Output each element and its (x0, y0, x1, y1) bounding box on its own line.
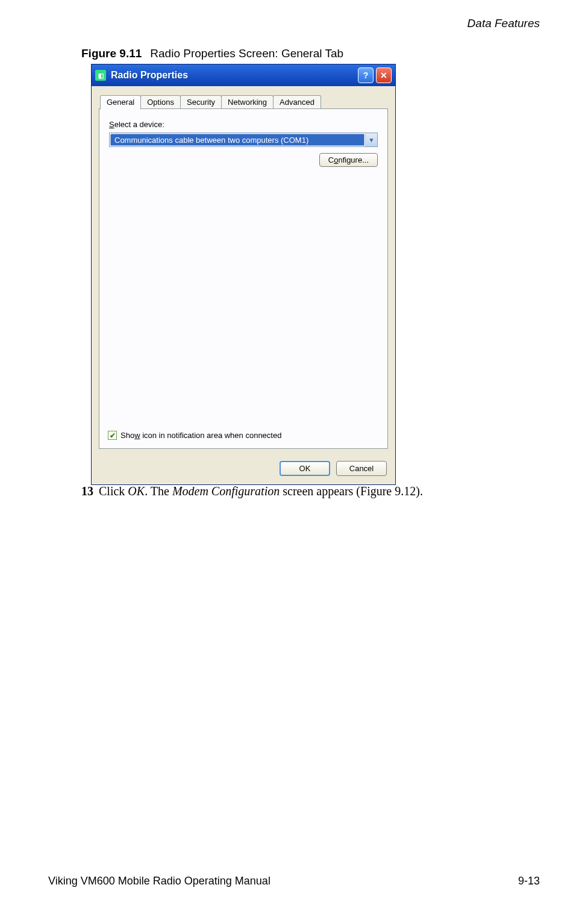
tab-security[interactable]: Security (180, 95, 222, 109)
step-modem: Modem Configuration (172, 484, 280, 498)
tab-strip: General Options Security Networking Adva… (100, 95, 388, 109)
figure-title: Radio Properties Screen: General Tab (150, 47, 343, 60)
cancel-button[interactable]: Cancel (336, 461, 387, 476)
cfg-post: nfigure... (338, 155, 369, 164)
mnemonic-w: w (134, 431, 140, 440)
show-icon-label: Show icon in notification area when conn… (120, 431, 281, 440)
ok-button[interactable]: OK (280, 461, 330, 476)
device-selected: Communications cable between two compute… (110, 134, 364, 146)
footer-page: 9-13 (518, 875, 540, 887)
titlebar[interactable]: ◧ Radio Properties ? ✕ (92, 64, 395, 86)
si-pre: Sho (120, 431, 134, 440)
footer-manual: Viking VM600 Mobile Radio Operating Manu… (48, 875, 271, 887)
close-icon: ✕ (380, 70, 387, 80)
tab-general[interactable]: General (100, 95, 141, 110)
mnemonic-s: S (109, 120, 114, 129)
select-device-label-text: elect a device: (114, 120, 164, 129)
dialog-footer: OK Cancel (92, 455, 395, 484)
close-button[interactable]: ✕ (376, 67, 392, 83)
step-number: 13 (81, 484, 93, 498)
step-ok: OK (128, 484, 145, 498)
tab-panel-general: Select a device: Communications cable be… (99, 108, 388, 449)
tab-options[interactable]: Options (140, 95, 181, 109)
step-post: screen appears (Figure 9.12). (280, 484, 423, 498)
show-icon-checkbox[interactable]: ✔ (108, 431, 117, 440)
app-icon: ◧ (95, 70, 106, 81)
configure-button[interactable]: Configure... (319, 153, 378, 167)
cfg-pre: C (328, 155, 334, 164)
step-13: 13 Click OK. The Modem Configuration scr… (81, 484, 503, 498)
si-post: icon in notification area when connected (140, 431, 282, 440)
step-pre: Click (96, 484, 128, 498)
dialog-radio-properties: ◧ Radio Properties ? ✕ General Options S… (91, 64, 396, 485)
help-button[interactable]: ? (358, 67, 374, 83)
step-mid: . The (145, 484, 172, 498)
show-icon-row: ✔ Show icon in notification area when co… (108, 431, 281, 440)
figure-caption: Figure 9.11Radio Properties Screen: Gene… (81, 47, 503, 60)
tab-networking[interactable]: Networking (221, 95, 274, 109)
configure-row: Configure... (109, 153, 378, 167)
check-icon: ✔ (110, 431, 116, 440)
device-dropdown[interactable]: Communications cable between two compute… (109, 133, 378, 147)
figure-number: Figure 9.11 (81, 47, 142, 60)
chevron-down-icon[interactable]: ▼ (365, 133, 377, 146)
tab-advanced[interactable]: Advanced (273, 95, 321, 109)
section-header: Data Features (468, 17, 540, 30)
content-area: General Options Security Networking Adva… (92, 86, 395, 455)
select-device-label: Select a device: (109, 120, 378, 129)
dialog-title: Radio Properties (111, 70, 355, 81)
figure-wrap: Figure 9.11Radio Properties Screen: Gene… (81, 47, 503, 485)
